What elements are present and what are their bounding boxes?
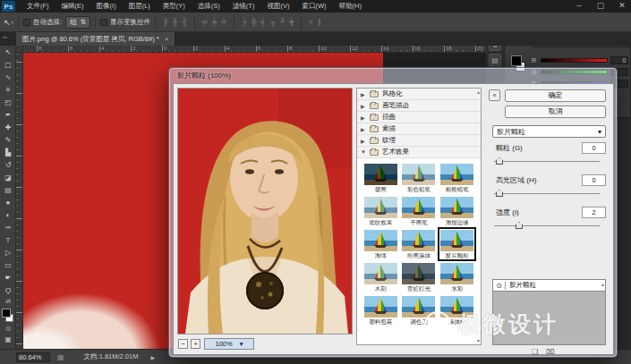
- foreground-color-swatch[interactable]: [2, 309, 11, 317]
- menubar-item[interactable]: 类型(Y): [157, 0, 192, 13]
- filter-category-collapsed[interactable]: ▶画笔描边: [357, 100, 481, 112]
- menubar-item[interactable]: 选择(S): [192, 0, 226, 13]
- filter-thumbnail[interactable]: 霓虹灯光: [401, 262, 436, 292]
- align-icon[interactable]: ╧: [221, 18, 226, 26]
- hide-panel-button[interactable]: «: [489, 89, 500, 101]
- properties-panel-icon[interactable]: ▤: [489, 54, 501, 66]
- param-value-field[interactable]: 2: [582, 207, 606, 218]
- filter-thumbnail[interactable]: 水彩: [439, 262, 474, 292]
- align-icon[interactable]: ╞: [242, 18, 247, 26]
- filter-thumbnail[interactable]: 木刻: [363, 262, 398, 292]
- quick-select-tool[interactable]: ✳: [0, 83, 16, 96]
- filter-preview[interactable]: [177, 88, 353, 334]
- align-icon[interactable]: ╟: [163, 18, 168, 26]
- param-value-field[interactable]: 0: [582, 174, 606, 186]
- swap-colors-icon[interactable]: ⇄: [0, 298, 16, 305]
- menubar-item[interactable]: 帮助(H): [333, 0, 368, 13]
- blur-tool[interactable]: ●: [0, 196, 16, 208]
- filter-thumbnail[interactable]: 绘画涂抹: [401, 229, 436, 259]
- gradient-tool[interactable]: ▤: [0, 183, 16, 196]
- filter-select-dropdown[interactable]: 胶片颗粒 ▾: [492, 125, 606, 138]
- align-icon[interactable]: ╥: [270, 18, 276, 26]
- filter-thumbnail[interactable]: 胶片颗粒: [439, 229, 474, 259]
- foreground-color-swatch[interactable]: [511, 55, 522, 66]
- effect-layer-row[interactable]: ⊙ 胶片颗粒: [493, 280, 605, 292]
- eyedropper-tool[interactable]: ✒: [0, 108, 16, 121]
- auto-select-dropdown[interactable]: 组 ⇅: [65, 16, 90, 29]
- filter-category-collapsed[interactable]: ▶纹理: [357, 135, 481, 147]
- maximize-icon[interactable]: ▢: [595, 0, 606, 12]
- move-tool-icon[interactable]: ↖: [4, 18, 11, 27]
- healing-brush-tool[interactable]: ✚: [0, 121, 16, 133]
- filter-thumbnail[interactable]: 彩色铅笔: [401, 163, 436, 193]
- path-select-tool[interactable]: ▷: [0, 246, 16, 258]
- align-icon[interactable]: ╫: [173, 18, 178, 26]
- dodge-tool[interactable]: ◐: [0, 208, 16, 221]
- filter-category-collapsed[interactable]: ▶风格化: [357, 89, 481, 100]
- param-slider-track[interactable]: [494, 161, 600, 162]
- scroll-up-icon[interactable]: ▴: [601, 281, 604, 287]
- filter-category-collapsed[interactable]: ▶扭曲: [357, 112, 481, 123]
- menubar-item[interactable]: 窗口(W): [295, 0, 332, 13]
- preview-zoom-in-button[interactable]: +: [191, 339, 200, 349]
- param-slider-handle[interactable]: [496, 190, 503, 197]
- crop-tool[interactable]: ◰: [0, 96, 16, 108]
- scroll-up-icon[interactable]: ▴: [477, 89, 480, 95]
- filter-thumbnail[interactable]: 海报边缘: [439, 196, 474, 226]
- visibility-eye-icon[interactable]: ⊙: [493, 282, 506, 290]
- zoom-tool[interactable]: Ϙ: [0, 284, 16, 296]
- hand-tool[interactable]: ☛: [0, 271, 16, 284]
- shape-tool[interactable]: ▭: [0, 258, 16, 271]
- filter-category-collapsed[interactable]: ▶素描: [357, 123, 481, 135]
- filter-thumbnail[interactable]: 底纹效果: [363, 196, 398, 226]
- history-brush-tool[interactable]: ↺: [0, 158, 16, 171]
- menubar-item[interactable]: 编辑(E): [55, 0, 90, 13]
- clone-stamp-tool[interactable]: ▙: [0, 146, 16, 158]
- menubar-item[interactable]: 文件(F): [21, 0, 55, 13]
- zoom-level-field[interactable]: 80.64%: [16, 352, 50, 362]
- menubar-item[interactable]: 滤镜(T): [226, 0, 261, 13]
- align-icon[interactable]: ╬: [252, 18, 257, 26]
- channel-slider[interactable]: [541, 58, 608, 63]
- align-icon[interactable]: ≡: [309, 18, 313, 26]
- ok-button[interactable]: 确定: [505, 89, 606, 102]
- tab-close-icon[interactable]: ×: [165, 35, 169, 43]
- channel-value[interactable]: 0: [610, 56, 628, 64]
- pen-tool[interactable]: ✑: [0, 221, 16, 233]
- align-icon[interactable]: ╡: [260, 18, 266, 26]
- marquee-tool[interactable]: ▢: [0, 58, 16, 71]
- preview-zoom-dropdown[interactable]: 100% ▾: [204, 338, 254, 350]
- lasso-tool[interactable]: ∿: [0, 71, 16, 83]
- align-icon[interactable]: ╨: [280, 18, 286, 26]
- delete-effect-layer-icon[interactable]: ⌧: [546, 348, 554, 356]
- param-slider-track[interactable]: [494, 225, 600, 226]
- menubar-item[interactable]: 视图(V): [260, 0, 295, 13]
- type-tool[interactable]: T: [0, 233, 16, 246]
- menubar-item[interactable]: 图层(L): [123, 0, 157, 13]
- param-slider-handle[interactable]: [496, 157, 503, 165]
- filter-thumbnail[interactable]: 粗糙蜡笔: [439, 163, 474, 193]
- filter-thumbnail[interactable]: 塑料包装: [363, 295, 398, 326]
- filter-thumbnail[interactable]: 海绵: [363, 229, 398, 259]
- filter-thumbnail[interactable]: 干画笔: [401, 196, 436, 226]
- minimize-icon[interactable]: –: [574, 0, 584, 12]
- align-icon[interactable]: ╪: [212, 18, 217, 26]
- align-icon[interactable]: ╈: [289, 18, 294, 26]
- align-icon[interactable]: ∥: [318, 18, 321, 26]
- close-icon[interactable]: ✕: [617, 0, 627, 12]
- filter-thumbnail[interactable]: 壁画: [363, 163, 398, 193]
- align-icon[interactable]: ╢: [182, 18, 187, 26]
- quick-mask-icon[interactable]: ⊙: [0, 325, 16, 333]
- move-tool[interactable]: ↖: [0, 46, 16, 58]
- preview-zoom-out-button[interactable]: −: [178, 339, 188, 349]
- new-effect-layer-icon[interactable]: ❏: [532, 348, 538, 356]
- menubar-item[interactable]: 图像(I): [90, 0, 123, 13]
- param-value-field[interactable]: 0: [582, 142, 606, 154]
- filter-category-expanded[interactable]: ▼艺术效果: [357, 147, 481, 158]
- brush-tool[interactable]: ✎: [0, 133, 16, 146]
- status-menu-arrow-icon[interactable]: ▶: [150, 354, 155, 360]
- document-tab[interactable]: 图片.png @ 80.6% (背景图层 拷贝, RGB/8#) * ×: [16, 32, 175, 46]
- auto-select-checkbox[interactable]: [23, 19, 30, 26]
- param-slider-track[interactable]: [494, 193, 600, 194]
- eraser-tool[interactable]: ◪: [0, 171, 16, 183]
